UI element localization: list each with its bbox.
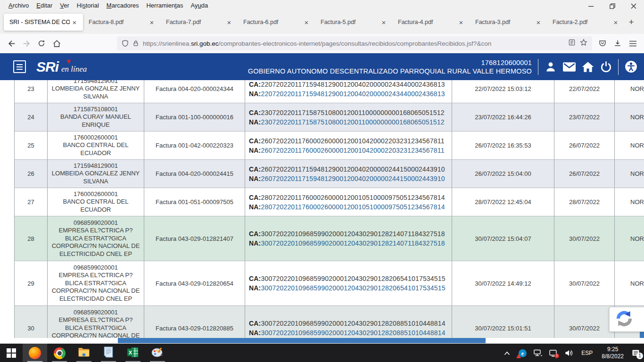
- tab-close-icon[interactable]: ×: [302, 18, 311, 26]
- svg-text:X: X: [129, 350, 132, 355]
- bookmark-star-icon[interactable]: [580, 39, 587, 48]
- na-value-link[interactable]: 2807202201176000260000120010510000975051…: [261, 203, 445, 211]
- table-row-29[interactable]: 290968599020001EMPRESA EL?CTRICA P?BLICA…: [15, 261, 644, 306]
- back-icon[interactable]: [4, 36, 19, 51]
- network-icon[interactable]: [532, 344, 544, 362]
- chevron-up-icon[interactable]: [501, 344, 513, 362]
- url-domain: sri.gob.ec: [191, 40, 219, 47]
- menu-historial[interactable]: Historial: [73, 1, 103, 10]
- new-tab-button[interactable]: +: [624, 15, 638, 29]
- tab-factura-3-pdf[interactable]: Factura-3.pdf×: [470, 14, 547, 31]
- authorization-number-line: NA:2807202201176000260000120010510000975…: [249, 202, 448, 212]
- taskbar-chrome[interactable]: [47, 344, 72, 362]
- excel-icon: X: [127, 347, 139, 360]
- tab-factura-5-pdf[interactable]: Factura-5.pdf×: [315, 14, 392, 31]
- na-value-link[interactable]: 3007202201096859902000120430290128206541…: [261, 284, 445, 292]
- taskbar-file-explorer[interactable]: [72, 344, 96, 362]
- forward-icon[interactable]: [19, 36, 34, 51]
- mail-icon[interactable]: [563, 62, 576, 72]
- eset-icon[interactable]: e: [516, 344, 528, 362]
- clock-time: 9:25: [602, 346, 624, 353]
- table-row-24[interactable]: 241715875108001BANDA CURAY MANUEL ENRIQU…: [15, 103, 644, 132]
- tab-sri-sistema-de-comp[interactable]: SRI - SISTEMA DE COMP×: [4, 14, 83, 31]
- table-row-30[interactable]: 300968599020001EMPRESA EL?CTRICA P?BLICA…: [15, 306, 644, 338]
- tab-factura-7-pdf[interactable]: Factura-7.pdf×: [160, 14, 238, 31]
- recaptcha-badge[interactable]: [609, 307, 644, 332]
- notification-icon[interactable]: 1: [630, 344, 642, 362]
- tab-close-icon[interactable]: ×: [456, 18, 466, 26]
- pocket-icon[interactable]: [595, 36, 610, 51]
- menu-burger-icon[interactable]: [13, 60, 26, 73]
- table-row-28[interactable]: 280968599020001EMPRESA EL?CTRICA P?BLICA…: [15, 216, 644, 261]
- na-label: NA:: [249, 203, 261, 211]
- clock[interactable]: 9:25 8/8/2022: [599, 346, 627, 360]
- cell-authorization-date: 22/07/2022 15:03:12: [452, 80, 554, 103]
- menu-ayuda[interactable]: Ayuda: [187, 1, 212, 10]
- taskbar-excel[interactable]: X: [121, 344, 145, 362]
- ca-label: CA:: [249, 137, 261, 145]
- home-icon[interactable]: [582, 61, 594, 73]
- lock-icon[interactable]: [132, 40, 139, 47]
- volume-icon[interactable]: [563, 344, 575, 362]
- horizontal-scrollbar-track: [0, 338, 644, 344]
- na-value-link[interactable]: 2207202201171594812900120040200000243440…: [261, 90, 445, 98]
- horizontal-scrollbar[interactable]: [118, 338, 486, 343]
- restore-icon[interactable]: [602, 0, 623, 12]
- cell-issuer: 1760002600001BANCO CENTRAL DEL ECUADOR: [48, 188, 144, 216]
- tab-close-icon[interactable]: ×: [147, 18, 157, 26]
- table-row-27[interactable]: 271760002600001BANCO CENTRAL DEL ECUADOR…: [15, 188, 644, 216]
- table-row-26[interactable]: 261715948129001LOMBEIDA GONZALEZ JENNY S…: [15, 160, 644, 188]
- start-button[interactable]: [0, 344, 23, 362]
- cell-document: Factura 001-042-000220323: [144, 132, 245, 160]
- taskbar-notepad[interactable]: [96, 344, 121, 362]
- security-alert-icon[interactable]: !: [547, 344, 560, 362]
- table-row-23[interactable]: 231715948129001LOMBEIDA GONZALEZ JENNY S…: [15, 80, 644, 103]
- url-bar[interactable]: https://srienlinea.sri.gob.ec/comprobant…: [117, 36, 592, 50]
- tab-label: Factura-7.pdf: [166, 19, 224, 25]
- na-value-link[interactable]: 2307202201171587510800120011000000000168…: [261, 118, 444, 126]
- tab-close-icon[interactable]: ×: [70, 18, 79, 26]
- home-icon[interactable]: [49, 36, 64, 51]
- user-icon[interactable]: [545, 61, 557, 73]
- authorization-number-line: NA:3007202201096859902000120430290128206…: [249, 283, 448, 293]
- menu-editar[interactable]: Editar: [33, 1, 56, 10]
- reader-view-icon[interactable]: [569, 39, 575, 48]
- na-value-link[interactable]: 2607202201176000260000120010420002203231…: [261, 147, 444, 154]
- tab-close-icon[interactable]: ×: [611, 18, 620, 26]
- app-menu-icon[interactable]: [625, 36, 640, 51]
- power-icon[interactable]: [600, 61, 612, 73]
- menu-ver[interactable]: Ver: [56, 1, 73, 10]
- menu-archivo[interactable]: Archivo: [5, 1, 33, 10]
- taskbar-paint[interactable]: [145, 344, 170, 362]
- taskbar-firefox[interactable]: [23, 344, 47, 362]
- issuer-ruc: 1715875108001: [50, 106, 141, 114]
- na-value-link[interactable]: 2607202201171594812900120040200000244150…: [261, 175, 445, 182]
- cell-access-keys: CA:2807202201176000260000120010510000975…: [245, 188, 452, 216]
- tab-factura-2-pdf[interactable]: Factura-2.pdf×: [547, 14, 624, 31]
- cell-issuer: 1715948129001LOMBEIDA GONZALEZ JENNY SIL…: [48, 160, 144, 188]
- tab-close-icon[interactable]: ×: [534, 18, 543, 26]
- cell-issue-date: 26/07/2022: [554, 160, 615, 188]
- svg-text:e: e: [521, 350, 524, 356]
- accessibility-icon[interactable]: [625, 60, 637, 73]
- na-value-link[interactable]: 3007202201096859902000120430290128208851…: [261, 329, 445, 337]
- menu-herramientas[interactable]: Herramientas: [142, 1, 187, 10]
- shield-icon[interactable]: [122, 40, 129, 47]
- close-icon[interactable]: [623, 0, 644, 12]
- tab-factura-6-pdf[interactable]: Factura-6.pdf×: [238, 14, 315, 31]
- menu-marcadores[interactable]: Marcadores: [103, 1, 143, 10]
- tab-factura-4-pdf[interactable]: Factura-4.pdf×: [392, 14, 470, 31]
- language-indicator[interactable]: ESP: [578, 350, 595, 356]
- tab-close-icon[interactable]: ×: [379, 18, 388, 26]
- tab-factura-8-pdf[interactable]: Factura-8.pdf×: [83, 14, 160, 31]
- reload-icon[interactable]: [34, 36, 49, 51]
- tab-close-icon[interactable]: ×: [224, 18, 234, 26]
- na-value-link[interactable]: 3007202201096859902000120430290128214071…: [261, 239, 445, 247]
- sri-logo[interactable]: SRi en línea: [36, 59, 87, 75]
- downloads-icon[interactable]: [610, 36, 625, 51]
- header-separator: [538, 59, 538, 75]
- minimize-icon[interactable]: [580, 0, 602, 12]
- recaptcha-icon: [615, 310, 633, 329]
- table-row-25[interactable]: 251760002600001BANCO CENTRAL DEL ECUADOR…: [15, 132, 644, 160]
- issuer-name: BANDA CURAY MANUEL ENRIQUE: [50, 113, 141, 129]
